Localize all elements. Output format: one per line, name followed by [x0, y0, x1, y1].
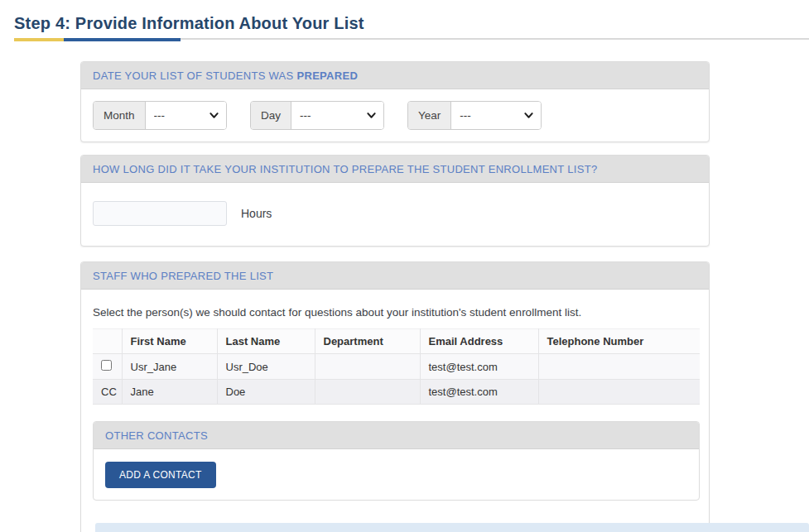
day-field-group: Day --- [250, 101, 384, 130]
section-staff-heading: STAFF WHO PREPARED THE LIST [81, 262, 709, 290]
col-header-telephone: Telephone Number [538, 329, 700, 354]
month-label: Month [94, 102, 146, 129]
title-underline-gold-segment [14, 38, 64, 41]
page-title: Step 4: Provide Information About Your L… [14, 14, 809, 33]
hours-unit-label: Hours [241, 207, 272, 220]
table-row: Usr_Jane Usr_Doe test@test.com [93, 354, 700, 380]
next-panel-top-edge [95, 523, 809, 532]
section-date-prepared-heading: DATE YOUR LIST OF STUDENTS WAS PREPARED [81, 62, 709, 89]
heading-text-bold: PREPARED [296, 69, 358, 82]
cell-last-name: Doe [217, 380, 315, 405]
staff-description: Select the person(s) we should contact f… [93, 301, 697, 328]
year-label: Year [408, 102, 451, 129]
title-underline-gray-segment [181, 38, 809, 40]
section-prep-time-heading: HOW LONG DID IT TAKE YOUR INSTITUTION TO… [81, 156, 709, 183]
table-row: CC Jane Doe test@test.com [93, 380, 700, 405]
section-staff: STAFF WHO PREPARED THE LIST Select the p… [80, 261, 710, 532]
contact-select-checkbox[interactable] [101, 360, 112, 371]
cell-cc-flag: CC [93, 380, 122, 405]
month-select[interactable]: --- [146, 102, 226, 129]
cell-first-name: Jane [122, 380, 217, 405]
section-prep-time: HOW LONG DID IT TAKE YOUR INSTITUTION TO… [80, 155, 710, 247]
add-contact-button[interactable]: ADD A CONTACT [105, 462, 216, 488]
cell-email: test@test.com [420, 354, 538, 380]
col-header-first-name: First Name [122, 329, 217, 354]
cell-department [315, 354, 420, 380]
year-select[interactable]: --- [451, 102, 541, 129]
col-header-select [93, 329, 122, 354]
day-select[interactable]: --- [291, 102, 383, 129]
contacts-table: First Name Last Name Department Email Ad… [93, 328, 700, 405]
col-header-department: Department [315, 329, 420, 354]
table-header-row: First Name Last Name Department Email Ad… [93, 329, 700, 354]
hours-input[interactable] [93, 201, 227, 226]
col-header-email: Email Address [420, 329, 538, 354]
section-other-contacts: OTHER CONTACTS ADD A CONTACT [93, 421, 700, 501]
cell-department [315, 380, 420, 405]
cell-email: test@test.com [420, 380, 538, 405]
other-contacts-heading: OTHER CONTACTS [94, 422, 699, 449]
cell-last-name: Usr_Doe [217, 354, 315, 380]
cell-telephone [538, 354, 700, 380]
day-label: Day [251, 102, 291, 129]
year-field-group: Year --- [407, 101, 542, 130]
title-underline-blue-segment [64, 38, 181, 41]
month-field-group: Month --- [93, 101, 227, 130]
col-header-last-name: Last Name [217, 329, 315, 354]
cell-first-name: Usr_Jane [122, 354, 217, 380]
title-underline [14, 38, 809, 42]
cell-telephone [538, 380, 700, 405]
heading-text: DATE YOUR LIST OF STUDENTS WAS [93, 69, 296, 82]
section-date-prepared: DATE YOUR LIST OF STUDENTS WAS PREPARED … [80, 61, 710, 142]
